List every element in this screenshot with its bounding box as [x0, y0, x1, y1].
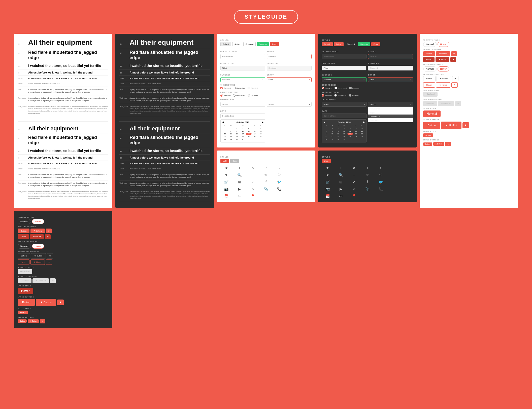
cal-d30[interactable]: 30 — [234, 138, 240, 141]
cal-d21[interactable]: 21 — [222, 135, 228, 138]
d-cal-d10[interactable]: 10 — [341, 130, 347, 132]
cal-d4[interactable]: 4 — [246, 127, 252, 130]
d-cal-d30[interactable]: 30 — [335, 138, 341, 141]
date-input[interactable] — [220, 114, 265, 118]
d-cal-d31[interactable]: 31 — [341, 138, 347, 141]
cal-d27[interactable]: 27 — [258, 135, 263, 138]
d-active-input[interactable] — [368, 54, 413, 59]
completed-input[interactable] — [220, 66, 265, 70]
d-unchecked-input[interactable] — [335, 87, 337, 89]
select-1[interactable]: Select Polyptichon Night Continuous Grey… — [220, 102, 265, 107]
d-secondary-icon-button[interactable]: ★ Button — [31, 253, 46, 258]
d-unchecked-checkbox[interactable]: Unchecked — [335, 87, 347, 89]
selected-radio[interactable]: Selected — [220, 94, 230, 97]
cal-d15[interactable]: 15 — [228, 133, 234, 135]
primary-button[interactable]: Button — [423, 51, 435, 56]
d-unselected-radio-input[interactable] — [334, 94, 337, 97]
d-secondary-hover-icon-button[interactable]: ★ Hover — [30, 259, 45, 265]
error-input[interactable] — [267, 77, 312, 82]
d-cal-prev[interactable]: ◀ — [323, 121, 325, 123]
d-primary-button[interactable]: Button — [18, 229, 29, 233]
cal-d14[interactable]: 14 — [222, 133, 228, 135]
checked-checkbox[interactable]: Checked — [220, 87, 231, 89]
primary-hover-icon-only-button[interactable]: ★ — [450, 57, 456, 62]
small-primary-icon-button[interactable]: ★ Button — [433, 142, 444, 146]
icon-dark-btn[interactable]: Dark — [230, 159, 239, 163]
cal-d16[interactable]: 16 — [234, 133, 240, 135]
unchecked-checkbox[interactable]: Unchecked — [233, 87, 245, 89]
d-large-primary-icon-only-button[interactable]: ★ — [57, 300, 64, 305]
cal-d28[interactable]: 28 — [222, 138, 228, 141]
d-completed-input[interactable] — [322, 66, 367, 70]
d-cal-d29[interactable]: 29 — [329, 138, 335, 141]
d-cal-d1[interactable]: 1 — [329, 127, 335, 130]
d-small-primary-button[interactable]: Button — [18, 319, 27, 323]
cal-d10[interactable]: 10 — [240, 130, 246, 132]
cal-d8[interactable]: 8 — [228, 130, 234, 132]
d-cal-d11[interactable]: 11 — [347, 130, 353, 132]
d-cal-d17[interactable]: 17 — [341, 133, 347, 135]
d-cal-d14[interactable]: 14 — [323, 133, 329, 135]
large-primary-icon-button[interactable]: ★ Button — [441, 122, 461, 129]
d-cal-d15[interactable]: 15 — [329, 133, 335, 135]
d-small-primary-icon-only-button[interactable]: ★ — [40, 319, 45, 323]
cal-d31[interactable]: 31 — [240, 138, 246, 141]
cal-d2[interactable]: 2 — [234, 127, 240, 130]
cal-d23[interactable]: 23 — [234, 135, 240, 138]
d-cal-d19[interactable]: 19 — [353, 133, 359, 135]
small-primary-button[interactable]: Button — [423, 142, 432, 146]
cal-d6[interactable]: 6 — [258, 127, 263, 130]
cal-d24[interactable]: 24 — [240, 135, 246, 138]
d-secondary-hover-button[interactable]: Hover — [18, 259, 29, 265]
d-success-input[interactable] — [322, 77, 367, 82]
unselected-radio-input[interactable] — [233, 94, 236, 97]
cal-d19[interactable]: 19 — [252, 133, 258, 135]
d-small-primary-icon-button[interactable]: ★ Button — [28, 319, 39, 323]
d-cal-d22[interactable]: 22 — [329, 135, 335, 138]
d-style-active-btn[interactable]: Active — [334, 42, 344, 46]
default-input[interactable] — [220, 54, 265, 59]
d-cal-d3[interactable]: 3 — [341, 127, 347, 130]
d-cal-d16[interactable]: 16 — [335, 133, 341, 135]
d-cal-d7[interactable]: 7 — [323, 130, 329, 132]
d-cal-d4[interactable]: 4 — [347, 127, 353, 130]
cal-d26[interactable]: 26 — [252, 135, 258, 138]
secondary-hover-icon-only-button[interactable]: ★ — [451, 82, 458, 88]
d-default-input[interactable] — [322, 54, 367, 59]
small-primary-icon-only-button[interactable]: ★ — [445, 142, 451, 146]
d-cal-d9[interactable]: 9 — [335, 130, 341, 132]
d-select-2[interactable]: Select — [368, 102, 413, 107]
cal-d29[interactable]: 29 — [228, 138, 234, 141]
style-success-btn[interactable]: Success — [257, 42, 269, 46]
checked-input[interactable] — [220, 87, 223, 89]
style-disabled-btn[interactable]: Disabled — [243, 42, 256, 46]
primary-icon-only-button[interactable]: ★ — [451, 51, 457, 56]
d-secondary-icon-only-button[interactable]: ★ — [47, 253, 53, 258]
d-primary-hover-icon-only-button[interactable]: ★ — [45, 234, 51, 239]
d-dropdown-item-4[interactable]: Greyscale — [368, 118, 413, 122]
d-secondary-button[interactable]: Button — [18, 253, 30, 258]
d-cal-d2[interactable]: 2 — [335, 127, 341, 130]
cal-d1[interactable]: 1 — [228, 127, 234, 130]
d-cal-d25[interactable]: 25 — [347, 135, 353, 138]
d-cal-d0[interactable] — [323, 127, 329, 130]
d-select-wrap-1[interactable]: Select Polyptichon Night ▼ — [322, 101, 367, 107]
d-cal-d20[interactable]: 20 — [359, 133, 365, 135]
unselected-radio[interactable]: Unselected — [233, 94, 245, 97]
cal-d13[interactable]: 13 — [258, 130, 263, 132]
d-icon-light-btn[interactable]: Light — [322, 159, 330, 163]
d-select-wrap-2[interactable]: Select ▼ Polyptichon Night Continuous Gr… — [368, 101, 413, 107]
unchecked-input[interactable] — [233, 87, 236, 89]
d-primary-icon-only-button[interactable]: ★ — [46, 229, 52, 233]
d-checked-checkbox[interactable]: Checked — [322, 87, 332, 89]
d-secondary-hover-icon-only-button[interactable]: ★ — [46, 259, 52, 265]
d-large-primary-icon-button[interactable]: ★ Button — [36, 299, 56, 306]
secondary-hover-button[interactable]: Hover — [423, 82, 435, 88]
d-primary-hover-button[interactable]: Hover — [18, 234, 29, 239]
secondary-icon-button[interactable]: ★ Button — [437, 76, 451, 81]
cal-d5[interactable]: 5 — [252, 127, 258, 130]
d-style-error-btn[interactable]: Error — [371, 42, 380, 46]
large-primary-button[interactable]: Button — [423, 122, 440, 129]
d-dropdown-item-3[interactable]: Continuous — [368, 115, 413, 118]
d-selected-radio-input[interactable] — [322, 94, 324, 97]
